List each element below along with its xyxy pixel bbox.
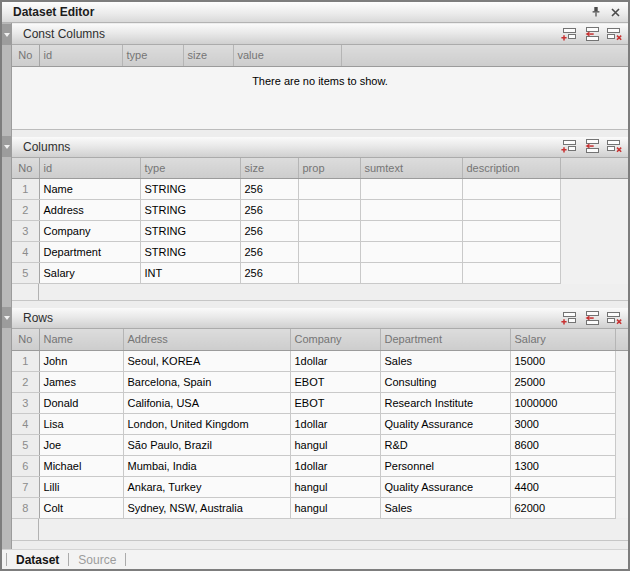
cell[interactable]: Salary	[39, 263, 140, 284]
cell[interactable]: EBOT	[290, 392, 380, 413]
cell[interactable]: 1dollar	[290, 413, 380, 434]
cell[interactable]: Colt	[39, 497, 123, 518]
column-header-size[interactable]: size	[240, 158, 298, 179]
cell[interactable]	[298, 221, 360, 242]
column-header-prop[interactable]: prop	[298, 158, 360, 179]
add-row-icon[interactable]	[560, 27, 577, 42]
cell[interactable]: 256	[240, 242, 298, 263]
cell[interactable]: Ankara, Turkey	[123, 476, 290, 497]
pin-icon[interactable]	[590, 6, 602, 18]
column-header-id[interactable]: id	[39, 158, 140, 179]
cell[interactable]: 256	[240, 200, 298, 221]
cell[interactable]: Califonia, USA	[123, 392, 290, 413]
move-row-icon[interactable]	[583, 311, 600, 326]
column-header-department[interactable]: Department	[380, 329, 510, 350]
cell[interactable]: 15000	[510, 350, 615, 371]
cell[interactable]: Personnel	[380, 455, 510, 476]
column-header-id[interactable]: id	[39, 45, 122, 66]
cell[interactable]: hangul	[290, 434, 380, 455]
cell[interactable]: STRING	[140, 242, 240, 263]
cell[interactable]: Michael	[39, 455, 123, 476]
cell[interactable]: São Paulo, Brazil	[123, 434, 290, 455]
column-header-type[interactable]: type	[122, 45, 183, 66]
tab-source[interactable]: Source	[78, 553, 116, 567]
cell[interactable]: R&D	[380, 434, 510, 455]
cell[interactable]: Name	[39, 179, 140, 200]
cell[interactable]: Lisa	[39, 413, 123, 434]
add-row-icon[interactable]	[560, 311, 577, 326]
cell[interactable]: EBOT	[290, 371, 380, 392]
move-row-icon[interactable]	[583, 139, 600, 154]
cell[interactable]: 62000	[510, 497, 615, 518]
cell[interactable]: Department	[39, 242, 140, 263]
cell[interactable]: 1000000	[510, 392, 615, 413]
cell[interactable]	[298, 200, 360, 221]
cell[interactable]: 3000	[510, 413, 615, 434]
cell[interactable]	[360, 200, 462, 221]
cell[interactable]: Barcelona, Spain	[123, 371, 290, 392]
cell[interactable]: Lilli	[39, 476, 123, 497]
cell[interactable]: London, United Kingdom	[123, 413, 290, 434]
cell[interactable]: 256	[240, 221, 298, 242]
collapse-columns-icon[interactable]	[2, 136, 12, 157]
cell[interactable]	[360, 221, 462, 242]
cell[interactable]	[360, 242, 462, 263]
cell[interactable]	[360, 263, 462, 284]
column-header-type[interactable]: type	[140, 158, 240, 179]
cell[interactable]: STRING	[140, 179, 240, 200]
cell[interactable]	[298, 179, 360, 200]
cell[interactable]: Joe	[39, 434, 123, 455]
cell[interactable]	[462, 242, 560, 263]
column-header-name[interactable]: Name	[39, 329, 123, 350]
cell[interactable]: Quality Assurance	[380, 413, 510, 434]
section-header-columns[interactable]: Columns	[12, 137, 628, 158]
cell[interactable]: Seoul, KOREA	[123, 350, 290, 371]
delete-row-icon[interactable]	[606, 311, 623, 326]
cell[interactable]: 256	[240, 263, 298, 284]
column-header-sumtext[interactable]: sumtext	[360, 158, 462, 179]
cell[interactable]	[298, 242, 360, 263]
cell[interactable]	[462, 263, 560, 284]
cell[interactable]: 8600	[510, 434, 615, 455]
close-icon[interactable]	[610, 7, 621, 18]
cell[interactable]: Address	[39, 200, 140, 221]
cell[interactable]	[462, 179, 560, 200]
cell[interactable]: Quality Assurance	[380, 476, 510, 497]
cell[interactable]: 25000	[510, 371, 615, 392]
move-row-icon[interactable]	[583, 27, 600, 42]
column-header-description[interactable]: description	[462, 158, 560, 179]
delete-row-icon[interactable]	[606, 27, 623, 42]
cell[interactable]: INT	[140, 263, 240, 284]
cell[interactable]	[462, 200, 560, 221]
delete-row-icon[interactable]	[606, 139, 623, 154]
cell[interactable]	[360, 179, 462, 200]
cell[interactable]	[462, 221, 560, 242]
cell[interactable]: Company	[39, 221, 140, 242]
column-header-company[interactable]: Company	[290, 329, 380, 350]
column-header-salary[interactable]: Salary	[510, 329, 615, 350]
cell[interactable]: STRING	[140, 221, 240, 242]
cell[interactable]: Mumbai, India	[123, 455, 290, 476]
column-header-value[interactable]: value	[233, 45, 341, 66]
cell[interactable]: Sales	[380, 350, 510, 371]
cell[interactable]: 1dollar	[290, 455, 380, 476]
add-row-icon[interactable]	[560, 139, 577, 154]
section-header-const-columns[interactable]: Const Columns	[12, 24, 628, 45]
collapse-const-columns-icon[interactable]	[2, 24, 12, 45]
cell[interactable]: hangul	[290, 476, 380, 497]
cell[interactable]: John	[39, 350, 123, 371]
cell[interactable]: Consulting	[380, 371, 510, 392]
cell[interactable]: STRING	[140, 200, 240, 221]
cell[interactable]: 4400	[510, 476, 615, 497]
cell[interactable]: hangul	[290, 497, 380, 518]
cell[interactable]: 1300	[510, 455, 615, 476]
collapse-rows-icon[interactable]	[2, 307, 12, 328]
cell[interactable]: Sydney, NSW, Australia	[123, 497, 290, 518]
cell[interactable]: Research Institute	[380, 392, 510, 413]
cell[interactable]: 1dollar	[290, 350, 380, 371]
section-header-rows[interactable]: Rows	[12, 308, 628, 329]
tab-dataset[interactable]: Dataset	[16, 553, 59, 567]
cell[interactable]: James	[39, 371, 123, 392]
cell[interactable]: Donald	[39, 392, 123, 413]
cell[interactable]: 256	[240, 179, 298, 200]
